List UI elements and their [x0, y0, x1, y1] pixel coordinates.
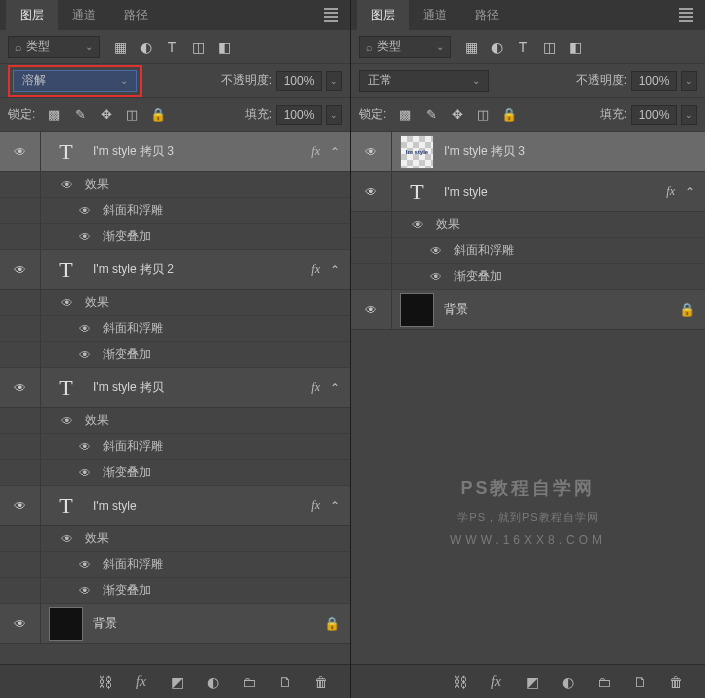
- mask-icon[interactable]: ◩: [168, 673, 186, 691]
- eye-icon[interactable]: 👁: [430, 244, 446, 258]
- filter-type-dropdown[interactable]: ⌕ 类型 ⌄: [359, 36, 451, 58]
- adjustment-icon[interactable]: ◐: [559, 673, 577, 691]
- visibility-toggle[interactable]: 👁: [0, 501, 40, 511]
- lock-artboard-icon[interactable]: ◫: [474, 106, 492, 124]
- panel-menu-icon[interactable]: [679, 8, 697, 22]
- collapse-icon[interactable]: ⌃: [330, 145, 340, 159]
- eye-icon[interactable]: 👁: [412, 218, 428, 232]
- visibility-toggle[interactable]: 👁: [351, 305, 391, 315]
- lock-position-icon[interactable]: ✥: [97, 106, 115, 124]
- lock-position-icon[interactable]: ✥: [448, 106, 466, 124]
- eye-icon[interactable]: 👁: [79, 440, 95, 454]
- eye-icon[interactable]: 👁: [79, 466, 95, 480]
- fx-icon[interactable]: fx: [132, 673, 150, 691]
- eye-icon[interactable]: 👁: [79, 348, 95, 362]
- new-layer-icon[interactable]: 🗋: [631, 673, 649, 691]
- layer-row[interactable]: 👁 T I'm style fx⌃: [351, 172, 705, 212]
- effect-bevel[interactable]: 👁斜面和浮雕: [0, 316, 350, 342]
- opacity-value[interactable]: 100%: [631, 71, 677, 91]
- lock-all-icon[interactable]: 🔒: [500, 106, 518, 124]
- tab-channels[interactable]: 通道: [409, 0, 461, 30]
- filter-shape-icon[interactable]: ◫: [190, 39, 206, 55]
- filter-pixel-icon[interactable]: ▦: [463, 39, 479, 55]
- opacity-stepper[interactable]: ⌄: [681, 71, 697, 91]
- trash-icon[interactable]: 🗑: [667, 673, 685, 691]
- tab-channels[interactable]: 通道: [58, 0, 110, 30]
- new-layer-icon[interactable]: 🗋: [276, 673, 294, 691]
- effects-row[interactable]: 👁效果: [0, 172, 350, 198]
- fill-value[interactable]: 100%: [276, 105, 322, 125]
- folder-icon[interactable]: 🗀: [240, 673, 258, 691]
- layer-row[interactable]: 👁 T I'm style 拷贝 3 fx⌃: [0, 132, 350, 172]
- opacity-stepper[interactable]: ⌄: [326, 71, 342, 91]
- filter-pixel-icon[interactable]: ▦: [112, 39, 128, 55]
- effect-gradient[interactable]: 👁渐变叠加: [0, 224, 350, 250]
- effects-row[interactable]: 👁效果: [0, 526, 350, 552]
- visibility-toggle[interactable]: 👁: [351, 147, 391, 157]
- fx-badge[interactable]: fx: [311, 144, 320, 159]
- effect-bevel[interactable]: 👁斜面和浮雕: [0, 198, 350, 224]
- lock-pixels-icon[interactable]: ✎: [71, 106, 89, 124]
- filter-smartobj-icon[interactable]: ◧: [567, 39, 583, 55]
- eye-icon[interactable]: 👁: [79, 584, 95, 598]
- link-icon[interactable]: ⛓: [451, 673, 469, 691]
- tab-layers[interactable]: 图层: [6, 0, 58, 30]
- lock-transparent-icon[interactable]: ▩: [45, 106, 63, 124]
- eye-icon[interactable]: 👁: [79, 230, 95, 244]
- visibility-toggle[interactable]: 👁: [0, 147, 40, 157]
- effects-row[interactable]: 👁效果: [351, 212, 705, 238]
- fx-badge[interactable]: fx: [311, 380, 320, 395]
- filter-adjustment-icon[interactable]: ◐: [489, 39, 505, 55]
- visibility-toggle[interactable]: 👁: [0, 265, 40, 275]
- blend-mode-dropdown[interactable]: 溶解 ⌄: [13, 70, 137, 92]
- mask-icon[interactable]: ◩: [523, 673, 541, 691]
- lock-artboard-icon[interactable]: ◫: [123, 106, 141, 124]
- eye-icon[interactable]: 👁: [61, 414, 77, 428]
- layer-row-background[interactable]: 👁 背景 🔒: [0, 604, 350, 644]
- effect-bevel[interactable]: 👁斜面和浮雕: [351, 238, 705, 264]
- eye-icon[interactable]: 👁: [61, 296, 77, 310]
- eye-icon[interactable]: 👁: [79, 558, 95, 572]
- eye-icon[interactable]: 👁: [61, 532, 77, 546]
- eye-icon[interactable]: 👁: [79, 204, 95, 218]
- effect-gradient[interactable]: 👁渐变叠加: [0, 460, 350, 486]
- fx-badge[interactable]: fx: [311, 498, 320, 513]
- eye-icon[interactable]: 👁: [79, 322, 95, 336]
- effects-row[interactable]: 👁效果: [0, 408, 350, 434]
- filter-shape-icon[interactable]: ◫: [541, 39, 557, 55]
- collapse-icon[interactable]: ⌃: [330, 381, 340, 395]
- collapse-icon[interactable]: ⌃: [330, 263, 340, 277]
- fill-stepper[interactable]: ⌄: [326, 105, 342, 125]
- trash-icon[interactable]: 🗑: [312, 673, 330, 691]
- collapse-icon[interactable]: ⌃: [685, 185, 695, 199]
- fx-badge[interactable]: fx: [666, 184, 675, 199]
- effect-gradient[interactable]: 👁渐变叠加: [0, 578, 350, 604]
- tab-paths[interactable]: 路径: [110, 0, 162, 30]
- filter-type-dropdown[interactable]: ⌕ 类型 ⌄: [8, 36, 100, 58]
- tab-paths[interactable]: 路径: [461, 0, 513, 30]
- lock-all-icon[interactable]: 🔒: [149, 106, 167, 124]
- collapse-icon[interactable]: ⌃: [330, 499, 340, 513]
- fill-value[interactable]: 100%: [631, 105, 677, 125]
- filter-type-icon[interactable]: T: [515, 39, 531, 55]
- fx-badge[interactable]: fx: [311, 262, 320, 277]
- layer-row-background[interactable]: 👁 背景 🔒: [351, 290, 705, 330]
- filter-adjustment-icon[interactable]: ◐: [138, 39, 154, 55]
- effect-bevel[interactable]: 👁斜面和浮雕: [0, 434, 350, 460]
- lock-transparent-icon[interactable]: ▩: [396, 106, 414, 124]
- opacity-value[interactable]: 100%: [276, 71, 322, 91]
- visibility-toggle[interactable]: 👁: [351, 187, 391, 197]
- eye-icon[interactable]: 👁: [61, 178, 77, 192]
- blend-mode-dropdown[interactable]: 正常 ⌄: [359, 70, 489, 92]
- layer-row[interactable]: 👁 T I'm style fx⌃: [0, 486, 350, 526]
- adjustment-icon[interactable]: ◐: [204, 673, 222, 691]
- visibility-toggle[interactable]: 👁: [0, 619, 40, 629]
- layer-row[interactable]: 👁 T I'm style 拷贝 fx⌃: [0, 368, 350, 408]
- effect-gradient[interactable]: 👁渐变叠加: [351, 264, 705, 290]
- filter-type-icon[interactable]: T: [164, 39, 180, 55]
- panel-menu-icon[interactable]: [324, 8, 342, 22]
- effect-bevel[interactable]: 👁斜面和浮雕: [0, 552, 350, 578]
- visibility-toggle[interactable]: 👁: [0, 383, 40, 393]
- eye-icon[interactable]: 👁: [430, 270, 446, 284]
- tab-layers[interactable]: 图层: [357, 0, 409, 30]
